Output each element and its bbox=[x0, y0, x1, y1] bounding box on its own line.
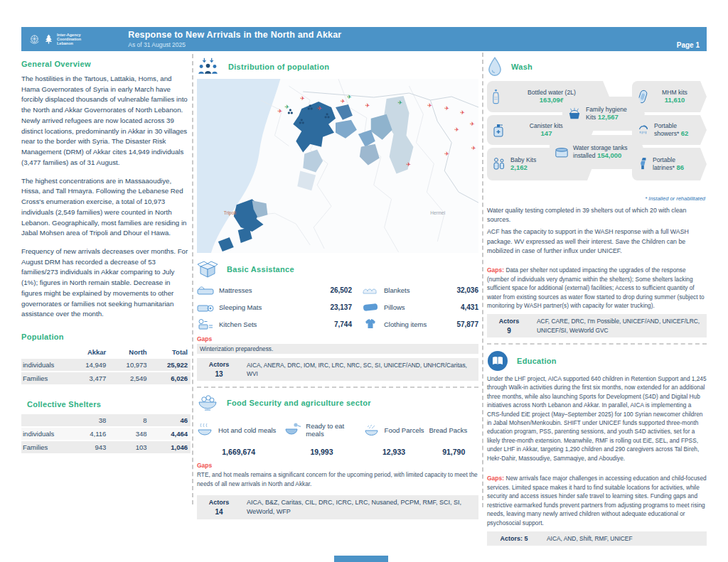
assistance-item: Pillows 4,431 bbox=[362, 301, 478, 313]
water-bottle-icon bbox=[492, 89, 500, 104]
item-value: 4,431 bbox=[461, 303, 478, 311]
collective-shelters-table: 38 8 46 individuals 4,116 348 4,464 Fami… bbox=[21, 414, 191, 453]
gaps-text: New arrivals face major challenges in ac… bbox=[487, 475, 707, 526]
distribution-map: ✈✈✈ ✈✈✈ ✈✈✈ ✈✈✈ ✈ ✈✈✈ Tripoli Hermel bbox=[197, 79, 478, 253]
row-label: Families bbox=[21, 441, 68, 453]
distribution-section-header: Distribution of population bbox=[197, 57, 478, 76]
svg-text:✈: ✈ bbox=[427, 102, 432, 109]
gaps-text: RTE, and hot meals remains a significant… bbox=[197, 470, 478, 488]
stat-chip-family-hygiene-kits: Family hygiene Kits 12,567 bbox=[562, 97, 645, 131]
pillow-icon bbox=[362, 301, 379, 313]
actors-label: Actors bbox=[487, 318, 531, 325]
item-label: Pillows bbox=[384, 303, 456, 311]
overview-paragraph: The highest concentrations are in Massaa… bbox=[21, 176, 191, 239]
row-label bbox=[21, 414, 68, 426]
food-parcel-icon bbox=[363, 422, 380, 438]
stat-label: MHM kits bbox=[662, 89, 687, 96]
population-table: Akkar North Total individuals 14,949 10,… bbox=[21, 347, 191, 384]
overview-paragraph: Frequency of new arrivals decreases over… bbox=[21, 247, 191, 320]
gaps-label: Gaps bbox=[197, 462, 478, 469]
stat-label: Canister kits bbox=[530, 122, 563, 129]
svg-text:✈: ✈ bbox=[471, 145, 476, 151]
stat-value: 86 bbox=[676, 163, 684, 171]
logo-line: Inter-Agency bbox=[57, 33, 81, 37]
stat-label: Baby Kits bbox=[510, 156, 536, 163]
item-value: 19,993 bbox=[284, 448, 358, 456]
actors-count: 13 bbox=[197, 370, 241, 378]
actors-label: Actors bbox=[197, 499, 241, 506]
wash-footnote: * Installed or rehabilitated bbox=[645, 195, 705, 202]
general-overview-heading: General Overview bbox=[21, 60, 191, 68]
stat-label: Portable showers* bbox=[654, 122, 679, 138]
item-label: Kitchen Sets bbox=[219, 320, 329, 328]
svg-text:✈: ✈ bbox=[407, 161, 412, 168]
report-page: Inter-Agency Coordination Lebanon Respon… bbox=[0, 0, 728, 562]
svg-text:✈: ✈ bbox=[444, 151, 449, 157]
stat-chip-portable-showers: Portable showers* 62 bbox=[632, 115, 707, 145]
header-bar: Inter-Agency Coordination Lebanon Respon… bbox=[21, 27, 707, 51]
svg-text:✈: ✈ bbox=[460, 109, 465, 116]
gaps-label: Gaps: bbox=[487, 266, 504, 274]
stat-chip-mhm-kits: MHM kits11,610 bbox=[632, 81, 707, 112]
svg-text:✈: ✈ bbox=[347, 94, 352, 100]
column-header: Total bbox=[150, 347, 191, 357]
item-value: 32,036 bbox=[456, 286, 478, 294]
cell: 10,973 bbox=[109, 359, 149, 371]
assistance-item: Blankets 32,036 bbox=[362, 284, 478, 296]
canister-kit-icon bbox=[492, 123, 505, 137]
actors-row: Actors 14 AICA, B&Z, Caritas, CIL, DRC, … bbox=[197, 495, 478, 519]
ready-meal-icon bbox=[284, 422, 301, 438]
stat-value: 154,000 bbox=[597, 151, 621, 159]
wash-gaps: Gaps: Data per shelter not updated impac… bbox=[487, 266, 707, 310]
assistance-item: Clothing items 57,877 bbox=[362, 318, 478, 330]
column-divider bbox=[482, 53, 483, 507]
education-narrative: Under the LHF project, AICA supported 64… bbox=[487, 374, 707, 463]
item-value: 23,137 bbox=[330, 303, 352, 311]
svg-text:✈: ✈ bbox=[470, 121, 475, 127]
actors-list: ACF, CARE, DRC, I'm Possible, UNICEF/AND… bbox=[531, 314, 707, 337]
gaps-label: Gaps: bbox=[487, 475, 504, 482]
cell: 8 bbox=[109, 414, 149, 426]
item-label: Hot and cold meals bbox=[218, 426, 276, 434]
actors-label: Actors bbox=[197, 361, 241, 368]
stat-value: 12,567 bbox=[598, 113, 619, 121]
clothing-icon bbox=[362, 318, 379, 330]
section-title: Basic Assistance bbox=[227, 265, 294, 274]
gaps-label: Gaps bbox=[197, 335, 478, 342]
logo-line: Lebanon bbox=[57, 41, 81, 45]
water-drop-icon bbox=[487, 57, 503, 77]
actors-row: Actors 13 AICA, ANERA, DRC, IOM, IRC, LR… bbox=[197, 358, 478, 381]
wash-section-header: Wash bbox=[487, 57, 707, 77]
actors-count: 14 bbox=[197, 508, 241, 516]
gaps-text: Data per shelter not updated impacting t… bbox=[487, 266, 705, 309]
svg-text:✈: ✈ bbox=[284, 104, 289, 110]
actors-list: AICA, AND, Shift, RMF, UNICEF bbox=[541, 531, 707, 546]
cell-total: 4,464 bbox=[150, 428, 191, 440]
stat-value: 2,162 bbox=[510, 163, 528, 171]
cell: 14,949 bbox=[68, 359, 109, 371]
cell-total: 46 bbox=[150, 414, 191, 426]
mattress-icon bbox=[197, 284, 214, 296]
item-label: Sleeping Mats bbox=[219, 303, 325, 311]
item-value: 12,933 bbox=[363, 448, 425, 456]
actors-list: AICA, ANERA, DRC, IOM, IRC, LRC, NRC, SC… bbox=[241, 358, 478, 381]
map-label-tripoli: Tripoli bbox=[224, 210, 236, 216]
un-emblem-icon bbox=[28, 33, 41, 45]
wash-narrative: ACF has the capacity to support in the W… bbox=[487, 227, 707, 256]
row-label: individuals bbox=[21, 359, 68, 371]
stat-value: 11,610 bbox=[665, 96, 685, 104]
assistance-item: Mattresses 26,502 bbox=[197, 284, 352, 296]
cell: 943 bbox=[68, 441, 109, 453]
title-block: Response to New Arrivals in the North an… bbox=[128, 30, 341, 48]
actors-list: AICA, B&Z, Caritas, CIL, DRC, ICRC, LRC,… bbox=[241, 495, 478, 519]
food-item: Bread Packs 91,790 bbox=[429, 418, 478, 456]
cell: 2,549 bbox=[109, 372, 149, 384]
population-heading: Population bbox=[21, 333, 191, 341]
section-title: Food Security and agriculture sector bbox=[227, 399, 371, 407]
food-item: Food Parcels 12,933 bbox=[363, 418, 425, 456]
food-security-section-header: Food Security and agriculture sector bbox=[197, 394, 478, 412]
agency-logo: Inter-Agency Coordination Lebanon bbox=[28, 33, 81, 46]
svg-text:✈: ✈ bbox=[341, 98, 346, 104]
map-and-sectors-column: Distribution of population bbox=[197, 53, 478, 519]
item-label: Clothing items bbox=[384, 320, 451, 328]
